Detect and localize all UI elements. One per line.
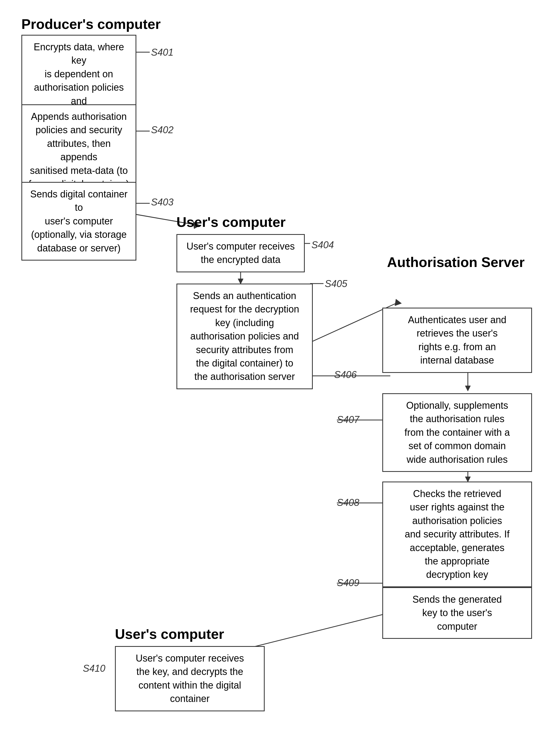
step-s404: S404 [311, 239, 334, 251]
box10: User's computer receives the key, and de… [115, 646, 265, 711]
box8-text: Checks the retrieved user rights against… [389, 487, 525, 582]
step-s409: S409 [337, 577, 359, 589]
box9: Sends the generated key to the user's co… [382, 587, 532, 639]
user-header-1: User's computer [176, 214, 286, 230]
box9-text: Sends the generated key to the user's co… [389, 593, 525, 633]
step-s401: S401 [151, 47, 173, 58]
box7-text: Optionally, supplements the authorisatio… [389, 399, 525, 466]
producer-header: Producer's computer [22, 16, 161, 32]
box2-text: Appends authorisation policies and secur… [28, 110, 130, 191]
user-header-2: User's computer [115, 626, 224, 642]
box3-text: Sends digital container to user's comput… [28, 188, 130, 255]
step-s406: S406 [334, 369, 357, 381]
box3: Sends digital container to user's comput… [22, 182, 136, 261]
step-s405: S405 [325, 278, 347, 289]
svg-marker-11 [465, 386, 471, 391]
auth-server-header: Authorisation Server [382, 254, 529, 270]
box4-text: User's computer receives the encrypted d… [183, 240, 298, 267]
box5: Sends an authentication request for the … [176, 284, 313, 389]
svg-marker-9 [395, 299, 401, 306]
step-s402: S402 [151, 124, 173, 135]
step-s403: S403 [151, 197, 173, 208]
svg-marker-13 [465, 477, 471, 482]
box10-text: User's computer receives the key, and de… [122, 652, 258, 706]
svg-line-16 [241, 610, 401, 650]
step-s410: S410 [83, 663, 105, 674]
svg-marker-7 [238, 279, 243, 284]
box6-text: Authenticates user and retrieves the use… [389, 313, 525, 367]
box7: Optionally, supplements the authorisatio… [382, 393, 532, 472]
box4: User's computer receives the encrypted d… [176, 234, 305, 272]
box5-text: Sends an authentication request for the … [183, 289, 306, 384]
box8: Checks the retrieved user rights against… [382, 481, 532, 587]
step-s407: S407 [337, 414, 359, 425]
box6: Authenticates user and retrieves the use… [382, 308, 532, 373]
step-s408: S408 [337, 497, 359, 508]
diagram-container: Producer's computer Encrypts data, where… [0, 0, 555, 756]
